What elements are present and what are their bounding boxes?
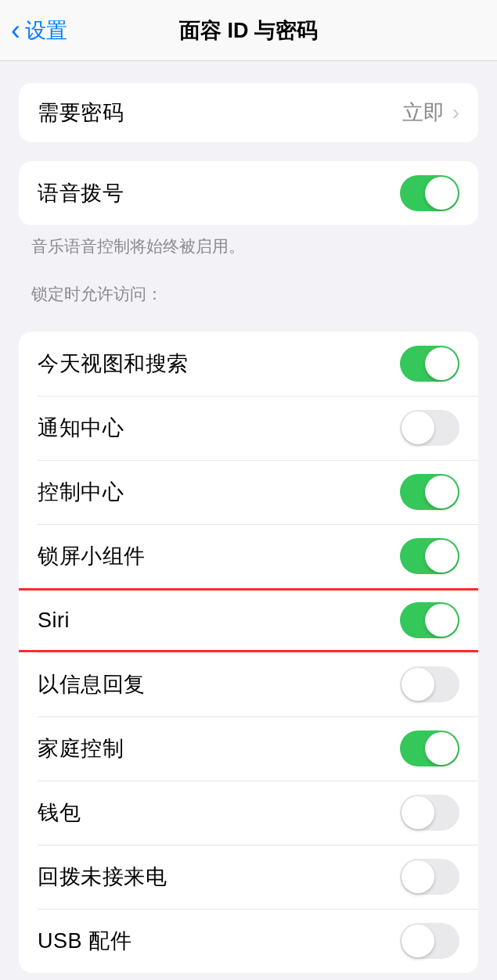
lock-item-label: USB 配件 — [38, 927, 131, 955]
voice-dial-footer: 音乐语音控制将始终被启用。 — [0, 225, 497, 258]
group-lock-access: 今天视图和搜索通知中心控制中心锁屏小组件Siri以信息回复家庭控制钱包回拨未接来… — [19, 332, 478, 973]
lock-item-label: Siri — [38, 608, 70, 633]
lock-access-footer: iPhone 锁定超过一小时后，需先解锁 iPhone 才能允许USB 配件连接… — [0, 973, 497, 980]
lock-item-toggle[interactable] — [400, 474, 459, 510]
lock-item-label: 家庭控制 — [38, 734, 124, 763]
back-button[interactable]: ‹ 设置 — [0, 16, 67, 45]
lock-item-toggle[interactable] — [400, 923, 459, 959]
lock-item-toggle[interactable] — [400, 795, 459, 831]
lock-item-toggle[interactable] — [400, 859, 459, 895]
row-lock-item: 家庭控制 — [19, 716, 478, 781]
lock-item-label: 钱包 — [38, 799, 81, 827]
lock-access-section-header: 锁定时允许访问： — [0, 258, 497, 313]
lock-item-toggle[interactable] — [400, 666, 459, 702]
lock-item-label: 以信息回复 — [38, 670, 146, 698]
row-lock-item: 锁屏小组件 — [19, 524, 478, 588]
row-voice-dial: 语音拨号 — [19, 161, 478, 225]
page-title: 面容 ID 与密码 — [179, 16, 318, 45]
row-lock-item: 钱包 — [19, 781, 478, 845]
lock-item-toggle[interactable] — [400, 346, 459, 382]
chevron-right-icon: › — [452, 100, 459, 125]
row-lock-item: 今天视图和搜索 — [19, 332, 478, 396]
row-require-passcode[interactable]: 需要密码 立即 › — [19, 83, 478, 142]
nav-header: ‹ 设置 面容 ID 与密码 — [0, 0, 497, 61]
lock-item-label: 今天视图和搜索 — [38, 350, 189, 378]
lock-item-label: 回拨未接来电 — [38, 863, 167, 891]
lock-item-toggle[interactable] — [400, 410, 459, 446]
voice-dial-toggle[interactable] — [400, 175, 459, 211]
chevron-left-icon: ‹ — [11, 16, 20, 45]
group-require-passcode: 需要密码 立即 › — [19, 83, 478, 142]
row-lock-item: 回拨未接来电 — [19, 845, 478, 909]
row-lock-item: 控制中心 — [19, 460, 478, 524]
require-passcode-value: 立即 — [402, 99, 445, 127]
lock-item-toggle[interactable] — [400, 602, 459, 638]
lock-item-label: 控制中心 — [38, 478, 124, 506]
require-passcode-label: 需要密码 — [38, 99, 124, 127]
group-voice-dial: 语音拨号 — [19, 161, 478, 225]
voice-dial-label: 语音拨号 — [38, 179, 124, 207]
lock-item-toggle[interactable] — [400, 538, 459, 574]
back-label: 设置 — [25, 16, 67, 45]
lock-item-label: 通知中心 — [38, 414, 124, 442]
row-lock-item: Siri — [19, 588, 478, 652]
lock-item-label: 锁屏小组件 — [38, 542, 146, 570]
row-lock-item: 通知中心 — [19, 396, 478, 460]
row-lock-item: USB 配件 — [19, 909, 478, 973]
lock-item-toggle[interactable] — [400, 731, 459, 766]
row-lock-item: 以信息回复 — [19, 652, 478, 716]
